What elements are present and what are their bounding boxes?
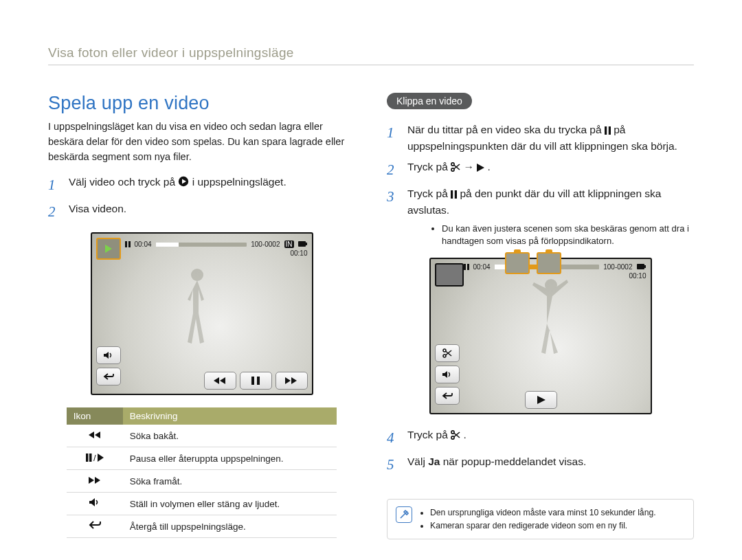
back-button[interactable] (435, 387, 460, 405)
in-badge: IN (284, 240, 294, 248)
video-thumbnail-icon (96, 238, 121, 260)
video-preview-2: 00:04 100-0002 00:10 (429, 258, 652, 414)
battery-icon (637, 263, 647, 271)
pause-button[interactable] (240, 372, 272, 390)
table-header-icon: Ikon (67, 407, 123, 425)
video-preview-1: 00:04 100-0002 IN 00:10 (91, 232, 313, 395)
note-icon (396, 506, 412, 523)
fastforward-button[interactable] (276, 372, 308, 390)
svg-point-6 (191, 269, 203, 281)
r5-bold: Ja (428, 456, 440, 467)
svg-rect-24 (609, 126, 611, 135)
pause-icon (451, 190, 457, 199)
intro-paragraph: I uppspelningsläget kan du visa en video… (48, 120, 355, 164)
pause-mini-icon (464, 264, 469, 270)
fastforward-icon (88, 475, 102, 487)
person-silhouette (177, 265, 218, 348)
svg-marker-29 (477, 164, 484, 172)
table-desc: Pausa eller återuppta uppspelningen. (123, 447, 337, 470)
back-button[interactable] (96, 368, 121, 385)
pause-play-icon: / (86, 452, 104, 464)
svg-rect-4 (298, 241, 306, 247)
icon-description-table: Ikon Beskrivning Söka bakåt. / Pausa ell… (67, 407, 337, 538)
trim-handle-start[interactable] (505, 252, 530, 274)
page-header: Visa foton eller videor i uppspelningslä… (48, 45, 694, 65)
clip-label-2: 100-0002 (603, 263, 632, 271)
svg-rect-5 (306, 243, 307, 245)
svg-line-40 (445, 350, 451, 355)
elapsed-time-2: 00:04 (473, 263, 491, 271)
right-step-3: 3 Tryck på på den punkt där du vill att … (387, 186, 694, 219)
svg-rect-17 (89, 453, 92, 462)
play-button[interactable] (525, 391, 557, 409)
svg-marker-8 (214, 377, 219, 384)
table-row: Återgå till uppspelningsläge. (67, 515, 337, 538)
section-title: Spela upp en video (48, 93, 355, 114)
svg-marker-13 (291, 377, 297, 384)
svg-rect-2 (125, 241, 127, 247)
play-icon (477, 164, 484, 172)
svg-marker-7 (104, 352, 109, 359)
volume-button[interactable] (435, 366, 460, 383)
content-columns: Spela upp en video I uppspelningsläget k… (48, 93, 694, 539)
r2-post: . (488, 161, 491, 172)
svg-rect-10 (251, 377, 254, 385)
rewind-button[interactable] (204, 372, 236, 390)
step-number-2: 2 (48, 201, 63, 223)
step-number-4: 4 (387, 427, 402, 449)
r4-post: . (463, 429, 466, 440)
total-time: 00:10 (290, 249, 307, 257)
svg-marker-42 (537, 396, 546, 404)
total-time-2: 00:10 (629, 272, 646, 280)
note-item: Kameran sparar den redigerade videon som… (430, 519, 656, 532)
right-bullet: Du kan även justera scenen som ska beskä… (442, 223, 694, 249)
r3-pre: Tryck på (407, 188, 451, 199)
left-column: Spela upp en video I uppspelningsläget k… (48, 93, 355, 539)
video-thumbnail-plain (435, 263, 464, 287)
svg-rect-3 (128, 241, 131, 247)
back-icon (89, 520, 101, 533)
note-box: Den ursprungliga videon måste vara minst… (387, 499, 694, 539)
right-step-2: 2 Tryck på → . (387, 159, 694, 181)
trim-handle-end[interactable] (537, 252, 561, 274)
step2-text: Visa videon. (69, 201, 355, 223)
step-number-1: 1 (387, 122, 402, 155)
r2-pre: Tryck på (407, 161, 451, 172)
svg-line-39 (445, 351, 451, 356)
r2-mid: → (463, 161, 477, 172)
clip-label: 100-0002 (251, 240, 280, 248)
step-number-3: 3 (387, 186, 402, 219)
right-column: Klippa en video 1 När du tittar på en vi… (387, 93, 694, 539)
svg-marker-15 (95, 432, 100, 438)
svg-rect-35 (644, 265, 646, 268)
table-row: / Pausa eller återuppta uppspelningen. (67, 447, 337, 470)
svg-rect-32 (464, 264, 466, 270)
svg-marker-22 (89, 498, 95, 506)
person-silhouette (530, 276, 572, 358)
svg-rect-34 (637, 264, 644, 269)
right-step-4: 4 Tryck på . (387, 427, 694, 449)
svg-rect-11 (257, 377, 260, 385)
r1-pre: När du tittar på en video ska du trycka … (407, 124, 605, 135)
trim-heading-pill: Klippa en video (387, 93, 472, 109)
scissors-button[interactable] (435, 344, 460, 362)
progress-bar (156, 243, 247, 247)
r5-pre: Välj (407, 456, 428, 467)
svg-marker-21 (95, 477, 100, 484)
svg-rect-31 (455, 190, 457, 199)
rewind-icon (88, 429, 102, 442)
scissors-icon (451, 430, 460, 440)
volume-button[interactable] (96, 346, 121, 364)
step1-text-pre: Välj video och tryck på (69, 176, 178, 188)
table-header-desc: Beskrivning (123, 407, 337, 425)
table-desc: Söka bakåt. (123, 425, 337, 447)
table-desc: Söka framåt. (123, 470, 337, 493)
play-circle-icon (178, 176, 189, 187)
svg-marker-20 (89, 477, 94, 484)
left-step-2: 2 Visa videon. (48, 201, 355, 223)
svg-marker-14 (89, 432, 94, 438)
trim-progress-bar (495, 265, 600, 269)
svg-rect-23 (605, 126, 607, 135)
note-item: Den ursprungliga videon måste vara minst… (430, 506, 656, 519)
right-bullet-list: Du kan även justera scenen som ska beskä… (414, 223, 694, 249)
